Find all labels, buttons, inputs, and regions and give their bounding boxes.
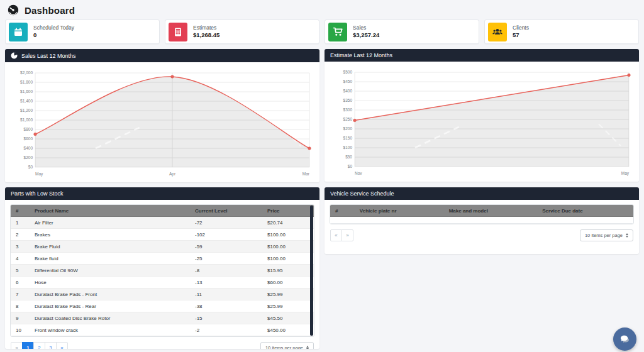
vehicle-pagination: «» bbox=[330, 229, 353, 241]
vehicle-table: #Vehicle plate nrMake and modelService D… bbox=[330, 205, 633, 224]
svg-text:$0: $0 bbox=[348, 164, 353, 168]
page-title: Dashboard bbox=[25, 5, 75, 16]
svg-text:$150: $150 bbox=[343, 136, 353, 140]
table-cell: 6 bbox=[11, 277, 30, 289]
page-button[interactable]: » bbox=[56, 342, 68, 349]
dashboard-gauge-icon bbox=[8, 4, 19, 16]
table-cell: $60.00 bbox=[262, 277, 314, 289]
table-cell: Air Filter bbox=[30, 217, 190, 229]
table-row: 3Brake Fluid-59$100.00 bbox=[11, 241, 314, 253]
card-value: $3,257.24 bbox=[353, 31, 379, 39]
table-cell: $45.50 bbox=[262, 312, 314, 324]
card-value: 0 bbox=[33, 31, 74, 39]
sort-arrows-icon bbox=[626, 233, 628, 238]
card-clients[interactable]: Clients 57 bbox=[484, 19, 639, 44]
charts-row: Sales Last 12 Months $0$200$400$600$800$… bbox=[0, 44, 644, 182]
svg-text:$0: $0 bbox=[28, 165, 33, 169]
data-point-marker[interactable] bbox=[353, 119, 357, 122]
data-point-marker[interactable] bbox=[171, 75, 174, 79]
table-cell: 5 bbox=[11, 265, 30, 277]
page-size-label: 10 items per page bbox=[265, 345, 303, 349]
svg-text:$1,800: $1,800 bbox=[20, 80, 33, 84]
page-button[interactable]: « bbox=[330, 229, 342, 241]
column-header: Product Name bbox=[30, 205, 190, 217]
svg-text:$250: $250 bbox=[343, 117, 353, 121]
svg-text:$1,200: $1,200 bbox=[20, 108, 33, 113]
card-scheduled-today[interactable]: Scheduled Today 0 bbox=[5, 19, 160, 44]
svg-text:$50: $50 bbox=[345, 155, 352, 159]
page-size-select[interactable]: 10 items per page bbox=[580, 229, 633, 241]
column-header: # bbox=[330, 205, 355, 217]
table-cell: -13 bbox=[190, 277, 262, 289]
vehicle-table-wrap: #Vehicle plate nrMake and modelService D… bbox=[330, 204, 634, 224]
table-cell: -8 bbox=[190, 265, 262, 277]
table-row: 5Differential Oil 90W-8$15.95 bbox=[11, 265, 314, 277]
chat-bubbles-icon bbox=[619, 334, 631, 345]
estimate-chart-panel: Estimate Last 12 Months $0$50$100$150$20… bbox=[325, 49, 639, 182]
svg-text:$400: $400 bbox=[343, 89, 353, 93]
data-point-marker[interactable] bbox=[34, 133, 37, 136]
table-cell: -72 bbox=[190, 217, 262, 229]
table-cell: Front window crack bbox=[30, 324, 190, 336]
page-button[interactable]: « bbox=[11, 342, 23, 349]
page-button[interactable]: 3 bbox=[45, 342, 57, 349]
panel-title: Estimate Last 12 Months bbox=[330, 52, 392, 58]
panel-title: Parts with Low Stock bbox=[11, 190, 64, 197]
svg-text:$1,600: $1,600 bbox=[20, 89, 33, 94]
table-cell: Duralast Coated Disc Brake Rotor bbox=[30, 312, 190, 324]
page-button[interactable]: 1 bbox=[22, 342, 34, 349]
table-cell: -38 bbox=[190, 300, 262, 312]
card-value: 57 bbox=[513, 31, 529, 39]
panel-title: Sales Last 12 Months bbox=[21, 53, 76, 59]
cart-icon bbox=[328, 23, 347, 41]
parts-pagination: «123» bbox=[11, 342, 68, 349]
card-label: Clients bbox=[513, 25, 529, 31]
chat-button[interactable] bbox=[613, 327, 636, 351]
page-button[interactable]: » bbox=[341, 229, 353, 241]
svg-text:$200: $200 bbox=[343, 126, 353, 131]
estimate-chart-header: Estimate Last 12 Months bbox=[325, 49, 639, 62]
svg-text:$800: $800 bbox=[24, 127, 33, 131]
table-cell: 1 bbox=[11, 217, 30, 229]
table-row: 2Brakes-102$100.00 bbox=[11, 229, 314, 241]
page-button[interactable]: 2 bbox=[33, 342, 45, 349]
card-label: Scheduled Today bbox=[33, 25, 74, 31]
column-header: Price bbox=[262, 205, 314, 217]
calendar-icon bbox=[9, 23, 28, 41]
table-row: 4Brake fluid-25$100.00 bbox=[11, 253, 314, 265]
svg-text:Mar: Mar bbox=[303, 172, 310, 176]
svg-text:$300: $300 bbox=[343, 107, 353, 112]
table-scrollbar[interactable] bbox=[310, 206, 313, 336]
svg-text:$350: $350 bbox=[343, 98, 353, 102]
data-point-marker[interactable] bbox=[308, 147, 311, 150]
data-point-marker[interactable] bbox=[628, 74, 631, 77]
stat-cards-row: Scheduled Today 0 Estimates $1,268.45 bbox=[0, 18, 644, 44]
column-header: Make and model bbox=[444, 205, 538, 217]
parts-table: #Product NameCurrent LevelPrice 1Air Fil… bbox=[11, 205, 314, 336]
parts-low-stock-panel: Parts with Low Stock #Product NameCurren… bbox=[5, 187, 319, 349]
table-cell: Brake Fluid bbox=[30, 241, 190, 253]
table-cell: 4 bbox=[11, 253, 30, 265]
table-cell: Duralast Brake Pads - Front bbox=[30, 289, 190, 300]
svg-text:$100: $100 bbox=[343, 145, 353, 150]
card-value: $1,268.45 bbox=[193, 31, 219, 39]
svg-text:$400: $400 bbox=[24, 146, 33, 150]
table-cell: $15.95 bbox=[262, 265, 314, 277]
card-estimates[interactable]: Estimates $1,268.45 bbox=[165, 19, 319, 44]
users-icon bbox=[488, 23, 507, 41]
table-cell: 2 bbox=[11, 229, 30, 241]
svg-text:Apr: Apr bbox=[169, 172, 176, 177]
page-size-label: 10 items per page bbox=[585, 233, 623, 238]
table-cell: $100.00 bbox=[262, 241, 314, 253]
tables-row: Parts with Low Stock #Product NameCurren… bbox=[0, 182, 644, 349]
card-label: Sales bbox=[353, 25, 379, 31]
card-sales[interactable]: Sales $3,257.24 bbox=[325, 19, 479, 44]
table-cell: -59 bbox=[190, 241, 262, 253]
svg-text:May: May bbox=[621, 171, 630, 176]
svg-text:$500: $500 bbox=[343, 70, 353, 74]
page-size-select[interactable]: 10 items per page bbox=[260, 342, 314, 349]
parts-table-wrap: #Product NameCurrent LevelPrice 1Air Fil… bbox=[10, 204, 314, 337]
svg-text:Nov: Nov bbox=[355, 171, 362, 175]
table-cell: Hose bbox=[30, 277, 190, 289]
column-header: Vehicle plate nr bbox=[355, 205, 444, 217]
